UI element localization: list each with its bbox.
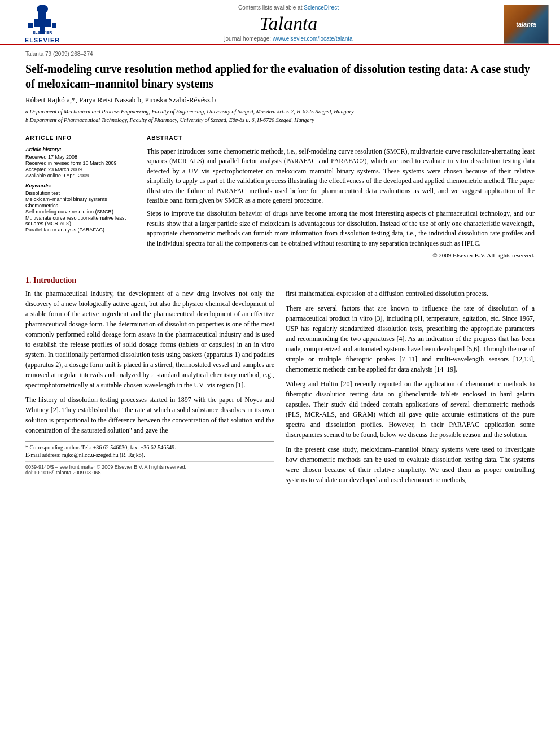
body-two-col: In the pharmaceutical industry, the deve…	[25, 289, 535, 490]
keywords-label: Keywords:	[25, 183, 135, 189]
footer-issn: 0039-9140/$ – see front matter © 2009 El…	[25, 464, 274, 470]
footnote-area: * Corresponding author. Tel.: +36 62 546…	[25, 441, 274, 458]
elsevier-brand-text: ELSEVIER	[25, 37, 60, 43]
svg-point-2	[37, 5, 48, 14]
article-history-label: Article history:	[25, 147, 135, 152]
body-left-col: In the pharmaceutical industry, the deve…	[25, 289, 274, 490]
header-center: Contents lists available at ScienceDirec…	[73, 5, 504, 42]
body-content: 1. Introduction In the pharmaceutical in…	[0, 270, 560, 501]
keyword-5: Multivariate curve resolution-alternativ…	[25, 215, 135, 226]
journal-url: journal homepage: www.elsevier.com/locat…	[79, 36, 498, 42]
keyword-6: Parallel factor analysis (PARAFAC)	[25, 227, 135, 233]
abstract-col: ABSTRACT This paper introduces some chem…	[147, 135, 535, 259]
received-date: Received 17 May 2008	[25, 154, 135, 160]
footer-bar: 0039-9140/$ – see front matter © 2009 El…	[25, 461, 274, 475]
sciencedirect-link[interactable]: ScienceDirect	[304, 5, 339, 11]
keyword-3: Chemometrics	[25, 203, 135, 208]
abstract-heading: ABSTRACT	[147, 135, 535, 143]
svg-rect-6	[52, 23, 56, 28]
divider-1	[25, 130, 535, 130]
elsevier-logo-svg: ELSEVIER	[17, 5, 68, 36]
keyword-1: Dissolution test	[25, 190, 135, 196]
journal-name: Talanta	[79, 13, 498, 34]
article-title: Self-modeling curve resolution method ap…	[25, 62, 535, 91]
affiliation-b: b Department of Pharmaceutical Technolog…	[25, 116, 535, 124]
svg-rect-4	[45, 19, 51, 27]
page-wrapper: ELSEVIER ELSEVIER Contents lists availab…	[0, 0, 560, 747]
keyword-4: Self-modeling curve resolution (SMCR)	[25, 209, 135, 215]
body-para-r1: first mathematical expression of a diffu…	[286, 289, 535, 299]
body-para-r2: There are several factors that are known…	[286, 303, 535, 374]
talanta-logo-image: talanta	[504, 5, 549, 44]
svg-rect-5	[28, 23, 33, 28]
available-date: Available online 9 April 2009	[25, 173, 135, 178]
article-info-heading: ARTICLE INFO	[25, 135, 135, 143]
abstract-para-1: This paper introduces some chemometric m…	[147, 147, 535, 206]
footnote-star: * Corresponding author. Tel.: +36 62 546…	[25, 444, 274, 451]
accepted-date: Accepted 23 March 2009	[25, 167, 135, 172]
sciencedirect-notice: Contents lists available at ScienceDirec…	[79, 5, 498, 11]
revised-date: Received in revised form 18 March 2009	[25, 160, 135, 166]
svg-text:ELSEVIER: ELSEVIER	[33, 30, 53, 34]
abstract-para-2: Steps to improve the dissolution behavio…	[147, 209, 535, 248]
keyword-2: Meloxicam–mannitol binary systems	[25, 196, 135, 202]
footer-doi: doi:10.1016/j.talanta.2009.03.068	[25, 470, 274, 475]
section-1-title: 1. Introduction	[25, 276, 535, 285]
body-para-1: In the pharmaceutical industry, the deve…	[25, 289, 274, 390]
authors: Róbert Rajkó a,*, Parya Reisi Nassab b, …	[25, 95, 535, 104]
affiliation-a: a Department of Mechanical and Process E…	[25, 108, 535, 116]
body-right-col: first mathematical expression of a diffu…	[286, 289, 535, 490]
journal-homepage-link[interactable]: www.elsevier.com/locate/talanta	[273, 36, 353, 42]
body-para-r3: Wiberg and Hultin [20] recently reported…	[286, 379, 535, 440]
journal-reference: Talanta 79 (2009) 268–274	[25, 51, 535, 57]
article-info-col: ARTICLE INFO Article history: Received 1…	[25, 135, 135, 259]
svg-rect-3	[34, 19, 40, 27]
journal-header: ELSEVIER ELSEVIER Contents lists availab…	[0, 0, 560, 45]
affiliations: a Department of Mechanical and Process E…	[25, 108, 535, 124]
copyright: © 2009 Elsevier B.V. All rights reserved…	[147, 252, 535, 259]
article-meta-abstract: ARTICLE INFO Article history: Received 1…	[25, 135, 535, 259]
article-content: Talanta 79 (2009) 268–274 Self-modeling …	[0, 45, 560, 270]
elsevier-logo: ELSEVIER ELSEVIER	[11, 5, 73, 43]
body-para-2: The history of dissolution testing proce…	[25, 395, 274, 435]
body-para-r4: In the present case study, meloxicam–man…	[286, 444, 535, 485]
footnote-email: E-mail address: rajko@nl.cc.u-szeged.hu …	[25, 452, 274, 458]
